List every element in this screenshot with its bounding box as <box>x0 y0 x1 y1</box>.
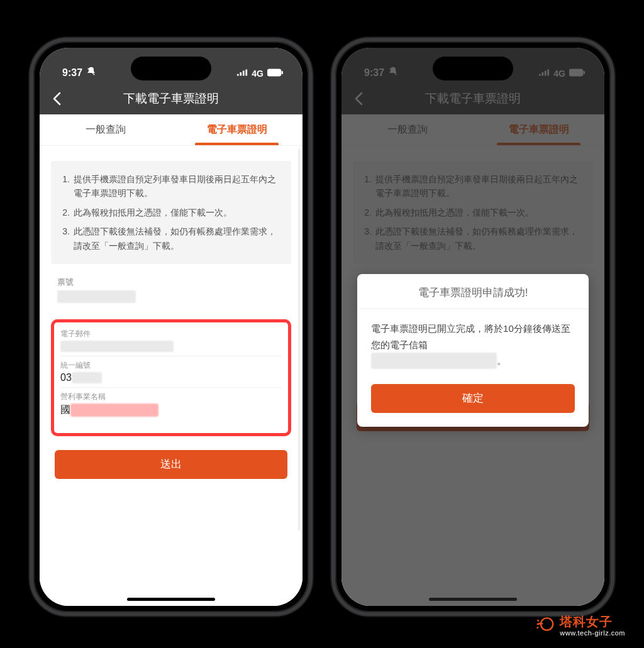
watermark-text: 塔科女子 <box>560 613 625 630</box>
content-area: 1. 提供手機票證自預定列車發車日期後兩日起五年內之電子車票證明下載。 2. 此… <box>40 146 303 606</box>
signal-icon <box>236 68 248 79</box>
modal-ok-button[interactable]: 確定 <box>371 384 575 413</box>
battery-icon <box>267 68 284 79</box>
field-value: XXXXXXXXXXX <box>57 290 285 309</box>
email-field[interactable]: 電子郵件 xxxxxxxxxxxxxxxxxx <box>60 329 282 356</box>
bell-mute-icon <box>86 67 96 79</box>
instruction-item: 2. 此為報稅扣抵用之憑證，僅能下載一次。 <box>57 206 281 219</box>
instruction-item: 1. 提供手機票證自預定列車發車日期後兩日起五年內之電子車票證明下載。 <box>57 172 281 200</box>
watermark-url: www.tech-girlz.com <box>560 629 625 637</box>
status-network: 4G <box>252 69 264 79</box>
company-name-field[interactable]: 營利事業名稱 國口口口口口口口 <box>60 392 282 420</box>
status-time: 9:37 <box>62 67 82 79</box>
svg-rect-2 <box>282 71 283 74</box>
tax-id-field[interactable]: 統一編號 03xxxxxx <box>60 360 282 388</box>
ticket-number-field: 票號 XXXXXXXXXXX <box>40 264 303 309</box>
logo-icon <box>536 614 556 637</box>
submit-button[interactable]: 送出 <box>55 450 287 479</box>
tab-eticket[interactable]: 電子車票證明 <box>171 114 303 145</box>
screen-left: 9:37 4G <box>40 48 303 606</box>
phone-right: 9:37 4G <box>331 38 614 616</box>
field-label: 票號 <box>57 277 285 288</box>
instruction-item: 3. 此憑證下載後無法補發，如仍有帳務處理作業需求，請改至「一般查詢」下載。 <box>57 224 281 253</box>
instructions-box: 1. 提供手機票證自預定列車發車日期後兩日起五年內之電子車票證明下載。 2. 此… <box>51 161 291 264</box>
scrollbar[interactable] <box>298 148 300 530</box>
home-indicator[interactable] <box>127 598 215 601</box>
back-button[interactable] <box>47 89 66 108</box>
tab-general[interactable]: 一般查詢 <box>40 114 171 145</box>
modal-title: 電子車票證明申請成功! <box>357 274 589 309</box>
modal-body: 電子車票證明已開立完成，將於10分鐘後傳送至您的電子信箱 xxxxxxxxxxx… <box>357 309 589 374</box>
dynamic-island <box>433 57 513 80</box>
success-modal: 電子車票證明申請成功! 電子車票證明已開立完成，將於10分鐘後傳送至您的電子信箱… <box>357 274 589 427</box>
page-title: 下載電子車票證明 <box>123 91 219 107</box>
dynamic-island <box>131 57 211 80</box>
phone-left: 9:37 4G <box>30 38 313 616</box>
watermark: 塔科女子 www.tech-girlz.com <box>536 613 625 637</box>
tab-strip: 一般查詢 電子車票證明 <box>40 114 303 146</box>
nav-bar: 下載電子車票證明 <box>40 83 303 114</box>
highlighted-form: 電子郵件 xxxxxxxxxxxxxxxxxx 統一編號 03xxxxxx 營利… <box>51 319 291 436</box>
svg-rect-1 <box>269 70 277 75</box>
screen-right: 9:37 4G <box>341 48 604 606</box>
